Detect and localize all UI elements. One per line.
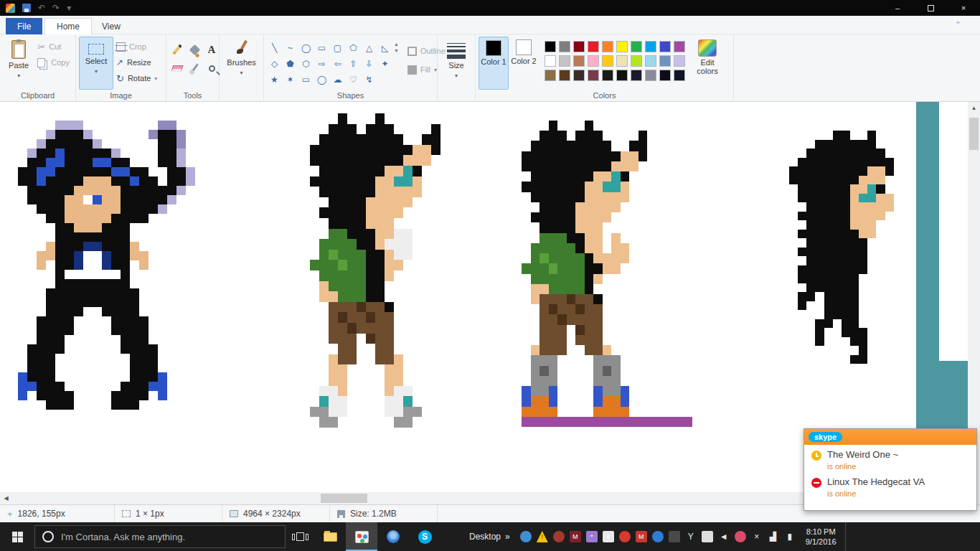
shape-tool[interactable]: ⬡	[298, 56, 314, 71]
shape-tool[interactable]: ☁	[330, 72, 345, 87]
rotate-button[interactable]: ↻ Rotate ▾	[113, 71, 160, 85]
taskbar-app-paint[interactable]	[346, 522, 377, 551]
tray-maroon-m-icon[interactable]: M	[570, 531, 581, 542]
palette-swatch[interactable]	[545, 70, 556, 81]
pencil-tool[interactable]	[169, 41, 185, 58]
shape-tool[interactable]: ▢	[330, 40, 345, 55]
palette-swatch[interactable]	[674, 70, 685, 81]
tray-close-x-icon[interactable]: ×	[751, 531, 763, 542]
palette-swatch[interactable]	[645, 70, 656, 81]
collapse-ribbon-icon[interactable]: ⌃	[955, 20, 961, 29]
palette-swatch[interactable]	[602, 70, 613, 81]
shape-tool[interactable]: ▭	[298, 72, 314, 87]
desktop-toolbar[interactable]: Desktop »	[469, 532, 510, 542]
tray-volume-icon[interactable]: ◄	[718, 531, 730, 542]
tray-purple-icon[interactable]: *	[586, 531, 598, 542]
paste-button[interactable]: Paste	[3, 37, 34, 90]
palette-swatch[interactable]	[659, 55, 671, 67]
shape-tool[interactable]: ~	[283, 40, 298, 55]
palette-swatch[interactable]	[602, 41, 613, 52]
palette-swatch[interactable]	[573, 70, 585, 81]
palette-swatch[interactable]	[659, 70, 671, 81]
shape-tool[interactable]: ◇	[267, 56, 282, 71]
resize-button[interactable]: ↗ Resize	[113, 55, 160, 70]
palette-swatch[interactable]	[645, 55, 656, 67]
shape-tool[interactable]	[377, 72, 392, 87]
vertical-scroll-thumb[interactable]	[969, 118, 979, 150]
palette-swatch[interactable]	[559, 55, 570, 67]
fill-tool[interactable]	[187, 41, 202, 58]
show-desktop-button[interactable]	[845, 522, 849, 551]
paint-app-icon[interactable]	[6, 4, 15, 13]
taskbar-app-blue[interactable]	[377, 522, 409, 551]
scroll-left-arrow-icon[interactable]: ◀	[0, 492, 12, 504]
palette-swatch[interactable]	[545, 41, 556, 52]
cut-button[interactable]: ✂ Cut	[34, 39, 72, 54]
quick-access-caret-icon[interactable]: ▾	[67, 4, 71, 12]
shape-tool[interactable]: ✦	[377, 56, 392, 71]
tray-battery-icon[interactable]: ▮	[784, 531, 796, 542]
crop-button[interactable]: Crop	[113, 39, 160, 54]
text-tool[interactable]: A	[204, 41, 220, 58]
shape-tool[interactable]: ⬠	[346, 40, 361, 55]
tray-globe-icon[interactable]	[520, 531, 532, 542]
palette-swatch[interactable]	[631, 41, 642, 52]
size-button[interactable]: Size	[440, 37, 472, 98]
tray-pink-icon[interactable]	[735, 531, 746, 542]
maximize-button[interactable]	[914, 0, 947, 16]
tab-view[interactable]: View	[90, 18, 132, 34]
palette-swatch[interactable]	[573, 55, 585, 67]
copy-button[interactable]: Copy	[34, 55, 72, 70]
save-icon[interactable]	[22, 4, 31, 12]
brushes-button[interactable]: Brushes	[225, 37, 259, 98]
palette-swatch[interactable]	[588, 70, 599, 81]
redo-icon[interactable]: ↷	[52, 4, 60, 12]
tray-warning-icon[interactable]: !	[537, 531, 548, 542]
palette-swatch[interactable]	[631, 70, 642, 81]
desktop-chevron-icon[interactable]: »	[505, 532, 510, 542]
shape-tool[interactable]: ⇧	[346, 56, 361, 71]
shape-tool[interactable]: ↯	[362, 72, 377, 87]
magnifier-tool[interactable]	[204, 60, 220, 77]
tray-red-circle-icon[interactable]	[619, 531, 631, 542]
taskbar-clock[interactable]: 8:10 PM 9/1/2016	[806, 527, 844, 547]
shape-tool[interactable]: ⇦	[330, 56, 345, 71]
color2-button[interactable]: Color 2	[509, 37, 539, 90]
eraser-tool[interactable]	[169, 60, 185, 77]
palette-swatch[interactable]	[545, 55, 556, 67]
shape-tool[interactable]: ⇩	[362, 56, 377, 71]
palette-swatch[interactable]	[588, 41, 599, 52]
color1-button[interactable]: Color 1	[479, 37, 509, 90]
shape-tool[interactable]: ◯	[314, 72, 329, 87]
palette-swatch[interactable]	[616, 41, 628, 52]
palette-swatch[interactable]	[616, 70, 628, 81]
shapes-scroll-down-icon[interactable]: ▼	[394, 48, 399, 53]
palette-swatch[interactable]	[674, 55, 685, 67]
palette-swatch[interactable]	[659, 41, 671, 52]
tab-file[interactable]: File	[6, 18, 42, 34]
shape-tool[interactable]: ♡	[346, 72, 361, 87]
taskbar-app-skype[interactable]: S	[409, 522, 440, 551]
task-view-button[interactable]	[286, 522, 314, 551]
tab-home[interactable]: Home	[44, 18, 92, 34]
shape-tool[interactable]: ★	[267, 72, 282, 87]
horizontal-scroll-thumb[interactable]	[321, 494, 367, 503]
shape-tool[interactable]: ⬟	[283, 56, 298, 71]
color-picker-tool[interactable]	[187, 60, 202, 77]
tray-blue-circle-icon[interactable]	[652, 531, 664, 542]
minimize-button[interactable]: –	[881, 0, 914, 16]
edit-colors-button[interactable]: Edit colors	[692, 37, 722, 90]
tray-white-grid-icon[interactable]: #	[603, 531, 614, 542]
shape-tool[interactable]: ╲	[267, 40, 282, 55]
palette-swatch[interactable]	[674, 41, 685, 52]
tray-network-icon[interactable]: ▟	[768, 531, 779, 542]
skype-contact-notification[interactable]: Linux The Hedgecat VAis online	[804, 472, 976, 499]
palette-swatch[interactable]	[588, 55, 599, 67]
undo-icon[interactable]: ↶	[38, 4, 45, 12]
shape-tool[interactable]: ⇨	[314, 56, 329, 71]
select-button[interactable]: Select	[79, 37, 113, 90]
skype-contact-notification[interactable]: The Weird One ~is online	[804, 445, 976, 472]
shape-tool[interactable]: △	[362, 40, 377, 55]
tray-dark-icon[interactable]	[669, 531, 680, 542]
palette-swatch[interactable]	[616, 55, 628, 67]
